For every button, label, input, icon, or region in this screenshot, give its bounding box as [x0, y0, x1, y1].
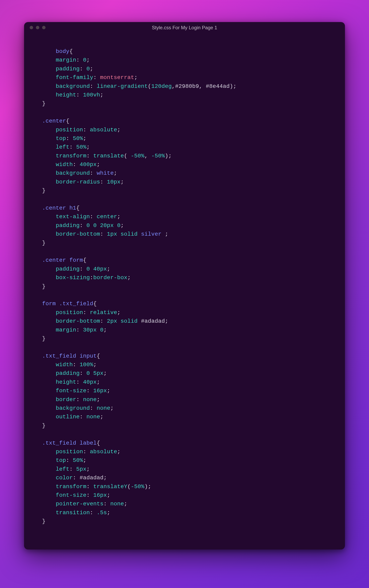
window-title: Style.css For My Login Page 1	[24, 25, 345, 30]
code-area: body{ margin: 0; padding: 0; font-family…	[24, 33, 345, 534]
titlebar: Style.css For My Login Page 1	[24, 22, 345, 33]
editor-window: Style.css For My Login Page 1 body{ marg…	[24, 22, 345, 549]
